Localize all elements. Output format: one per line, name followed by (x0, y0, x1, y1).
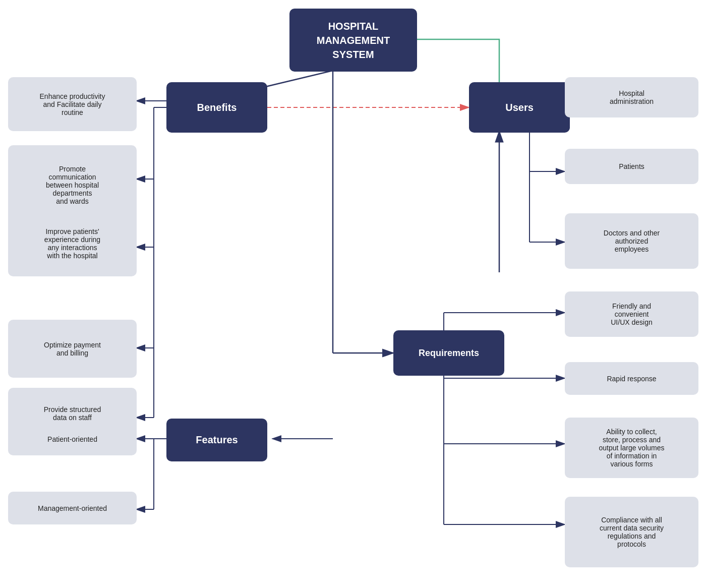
list-item-hospital-admin: Hospital administration (565, 77, 698, 117)
doctors-label: Doctors and other authorized employees (604, 229, 660, 253)
patient-label: Patient-oriented (47, 435, 97, 443)
main-title-box: HOSPITAL MANAGEMENT SYSTEM (289, 9, 417, 72)
patients-label: Patients (619, 162, 644, 170)
compliance-label: Compliance with all current data securit… (600, 516, 664, 548)
list-item-rapid: Rapid response (565, 362, 698, 395)
optimize-label: Optimize payment and billing (44, 341, 101, 357)
features-box: Features (166, 419, 267, 461)
list-item-improve: Improve patients' experience during any … (8, 211, 137, 276)
benefits-box: Benefits (166, 82, 267, 133)
rapid-label: Rapid response (607, 375, 656, 383)
uiux-label: Friendly and convenient UI/UX design (611, 302, 652, 326)
features-label: Features (196, 434, 238, 446)
management-label: Management-oriented (38, 504, 107, 512)
list-item-patient: Patient-oriented (8, 423, 137, 455)
list-item-management: Management-oriented (8, 492, 137, 524)
promote-label: Promote communication between hospital d… (46, 165, 99, 205)
requirements-box: Requirements (393, 330, 504, 376)
list-item-optimize: Optimize payment and billing (8, 320, 137, 378)
hospital-admin-label: Hospital administration (610, 89, 654, 105)
benefits-label: Benefits (197, 102, 237, 113)
users-label: Users (505, 102, 534, 113)
main-title-label: HOSPITAL MANAGEMENT SYSTEM (317, 19, 390, 62)
list-item-doctors: Doctors and other authorized employees (565, 213, 698, 269)
list-item-enhance: Enhance productivity and Facilitate dail… (8, 77, 137, 131)
improve-label: Improve patients' experience during any … (44, 227, 100, 260)
list-item-ability: Ability to collect, store, process and o… (565, 418, 698, 478)
users-box: Users (469, 82, 570, 133)
list-item-compliance: Compliance with all current data securit… (565, 497, 698, 567)
list-item-patients: Patients (565, 149, 698, 184)
ability-label: Ability to collect, store, process and o… (599, 428, 665, 468)
list-item-uiux: Friendly and convenient UI/UX design (565, 291, 698, 337)
requirements-label: Requirements (419, 348, 479, 359)
enhance-label: Enhance productivity and Facilitate dail… (40, 92, 105, 116)
diagram-container: HOSPITAL MANAGEMENT SYSTEM Benefits User… (0, 0, 706, 588)
